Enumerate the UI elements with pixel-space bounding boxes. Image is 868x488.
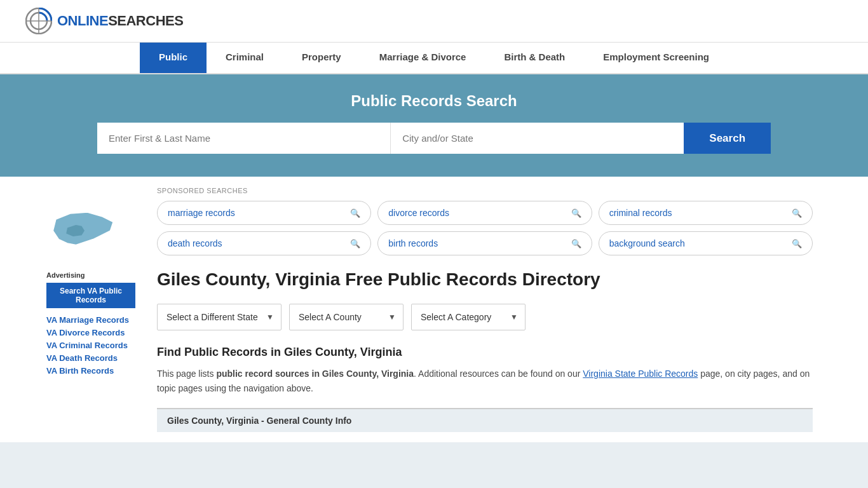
va-birth-link[interactable]: VA Birth Records bbox=[46, 366, 114, 376]
sponsored-section: SPONSORED SEARCHES marriage records 🔍 di… bbox=[157, 187, 813, 255]
find-records-text: This page lists public record sources in… bbox=[157, 367, 813, 395]
sponsored-label: SPONSORED SEARCHES bbox=[157, 187, 813, 194]
search-icon: 🔍 bbox=[571, 239, 581, 248]
sidebar: Advertising Search VA Public Records VA … bbox=[40, 177, 142, 442]
search-button[interactable]: Search bbox=[684, 123, 771, 154]
pill-criminal[interactable]: criminal records 🔍 bbox=[599, 201, 813, 225]
pill-text: criminal records bbox=[609, 208, 672, 218]
main-content: SPONSORED SEARCHES marriage records 🔍 di… bbox=[142, 177, 828, 442]
nav-public[interactable]: Public bbox=[140, 43, 207, 73]
filter-dropdowns: Select a Different State ▼ Select A Coun… bbox=[157, 304, 813, 330]
search-icon: 🔍 bbox=[350, 239, 360, 248]
va-divorce-link[interactable]: VA Divorce Records bbox=[46, 328, 125, 337]
nav-employment[interactable]: Employment Screening bbox=[584, 43, 728, 73]
ad-button[interactable]: Search VA Public Records bbox=[46, 283, 135, 308]
pill-birth[interactable]: birth records 🔍 bbox=[377, 231, 592, 255]
logo-text: ONLINESEARCHES bbox=[57, 13, 183, 29]
logo[interactable]: ONLINESEARCHES bbox=[25, 8, 183, 34]
find-records-title: Find Public Records in Giles County, Vir… bbox=[157, 346, 813, 359]
county-info-title: Giles County, Virginia - General County … bbox=[167, 416, 803, 426]
page-heading: Giles County, Virginia Free Public Recor… bbox=[157, 268, 813, 291]
find-records-section: Find Public Records in Giles County, Vir… bbox=[157, 346, 813, 395]
nav-birth-death[interactable]: Birth & Death bbox=[485, 43, 584, 73]
county-dropdown-wrapper: Select A County ▼ bbox=[289, 304, 403, 330]
list-item: VA Birth Records bbox=[46, 365, 135, 376]
county-info-bar: Giles County, Virginia - General County … bbox=[157, 408, 813, 432]
search-bar: Search bbox=[97, 123, 771, 154]
nav-property[interactable]: Property bbox=[283, 43, 360, 73]
location-input[interactable] bbox=[391, 123, 684, 154]
search-icon: 🔍 bbox=[792, 239, 802, 248]
state-dropdown[interactable]: Select a Different State bbox=[157, 304, 281, 330]
pill-background[interactable]: background search 🔍 bbox=[599, 231, 813, 255]
hero-section: Public Records Search Search bbox=[0, 74, 868, 177]
main-nav: Public Criminal Property Marriage & Divo… bbox=[0, 43, 868, 74]
pill-text: divorce records bbox=[388, 208, 449, 218]
va-criminal-link[interactable]: VA Criminal Records bbox=[46, 341, 128, 350]
virginia-records-link[interactable]: Virginia State Public Records bbox=[583, 369, 698, 379]
pill-death[interactable]: death records 🔍 bbox=[157, 231, 371, 255]
list-item: VA Marriage Records bbox=[46, 315, 135, 325]
hero-title: Public Records Search bbox=[25, 92, 843, 110]
virginia-map bbox=[46, 202, 123, 259]
state-map bbox=[46, 202, 135, 261]
nav-criminal[interactable]: Criminal bbox=[207, 43, 283, 73]
search-icon: 🔍 bbox=[350, 208, 360, 218]
county-dropdown[interactable]: Select A County bbox=[289, 304, 403, 330]
category-dropdown[interactable]: Select A Category bbox=[411, 304, 526, 330]
sidebar-links: VA Marriage Records VA Divorce Records V… bbox=[46, 315, 135, 376]
nav-marriage-divorce[interactable]: Marriage & Divorce bbox=[360, 43, 485, 73]
search-icon: 🔍 bbox=[571, 208, 581, 218]
va-marriage-link[interactable]: VA Marriage Records bbox=[46, 315, 129, 325]
state-dropdown-wrapper: Select a Different State ▼ bbox=[157, 304, 281, 330]
site-header: ONLINESEARCHES bbox=[0, 0, 868, 43]
pill-text: death records bbox=[168, 238, 222, 248]
pill-text: background search bbox=[609, 238, 685, 248]
logo-icon bbox=[25, 8, 52, 34]
list-item: VA Criminal Records bbox=[46, 340, 135, 350]
pill-text: marriage records bbox=[168, 208, 235, 218]
pill-divorce[interactable]: divorce records 🔍 bbox=[377, 201, 592, 225]
text-part2: . Additional resources can be found on o… bbox=[414, 369, 583, 379]
va-death-link[interactable]: VA Death Records bbox=[46, 353, 118, 363]
list-item: VA Divorce Records bbox=[46, 327, 135, 337]
text-part1: This page lists bbox=[157, 369, 216, 379]
text-bold: public record sources in Giles County, V… bbox=[216, 369, 414, 379]
name-input[interactable] bbox=[97, 123, 391, 154]
search-icon: 🔍 bbox=[792, 208, 802, 218]
pills-grid: marriage records 🔍 divorce records 🔍 cri… bbox=[157, 201, 813, 255]
list-item: VA Death Records bbox=[46, 353, 135, 363]
pill-marriage[interactable]: marriage records 🔍 bbox=[157, 201, 371, 225]
category-dropdown-wrapper: Select A Category ▼ bbox=[411, 304, 526, 330]
advertising-label: Advertising bbox=[46, 271, 135, 279]
pill-text: birth records bbox=[388, 238, 438, 248]
